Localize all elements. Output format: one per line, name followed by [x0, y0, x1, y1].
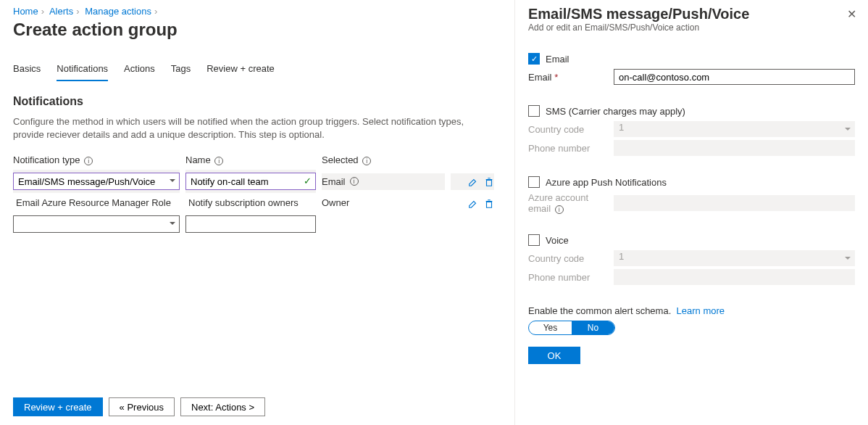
notification-type-text: Email Azure Resource Manager Role: [13, 193, 180, 212]
edit-icon[interactable]: [468, 177, 478, 187]
info-icon[interactable]: i: [350, 177, 359, 186]
push-checkbox[interactable]: [528, 176, 540, 188]
sms-country-label: Country code: [528, 124, 606, 135]
breadcrumb-alerts[interactable]: Alerts: [49, 6, 73, 17]
sms-country-select: 1: [614, 121, 855, 137]
voice-country-label: Country code: [528, 253, 606, 264]
schema-text: Enable the common alert schema. Learn mo…: [528, 305, 855, 316]
next-button[interactable]: Next: Actions >: [180, 397, 265, 416]
col-name: Name i: [185, 154, 316, 170]
ok-button[interactable]: OK: [528, 347, 580, 364]
selected-cell: Email i: [322, 173, 445, 190]
notification-type-select[interactable]: Email/SMS message/Push/Voice: [13, 173, 180, 190]
schema-toggle[interactable]: Yes No: [528, 321, 615, 335]
breadcrumb-home[interactable]: Home: [13, 6, 38, 17]
voice-checkbox-label: Voice: [546, 235, 569, 246]
tab-basics[interactable]: Basics: [13, 60, 41, 81]
notifications-table: Notification type i Name i Selected i Em…: [13, 154, 501, 236]
sms-checkbox[interactable]: [528, 105, 540, 117]
tab-actions[interactable]: Actions: [124, 60, 155, 81]
delete-icon[interactable]: [484, 177, 494, 187]
voice-checkbox[interactable]: [528, 234, 540, 246]
close-icon[interactable]: ✕: [847, 7, 856, 21]
notification-name-text: Notify subscription owners: [185, 193, 316, 212]
voice-country-select: 1: [614, 250, 855, 266]
tab-review[interactable]: Review + create: [206, 60, 275, 81]
email-label: Email *: [528, 72, 606, 83]
push-account-input: [614, 195, 855, 211]
tab-tags[interactable]: Tags: [171, 60, 191, 81]
sms-phone-label: Phone number: [528, 143, 606, 154]
email-checkbox[interactable]: ✓: [528, 53, 540, 65]
side-panel: ✕ Email/SMS message/Push/Voice Add or ed…: [514, 0, 868, 425]
notification-type-select-empty[interactable]: [13, 215, 180, 233]
selected-cell: Owner: [322, 193, 445, 212]
toggle-no[interactable]: No: [572, 321, 614, 334]
tab-notifications[interactable]: Notifications: [57, 60, 108, 81]
voice-phone-label: Phone number: [528, 272, 606, 283]
notification-name-input[interactable]: [185, 173, 316, 190]
edit-icon[interactable]: [468, 199, 478, 209]
tabs: Basics Notifications Actions Tags Review…: [13, 60, 501, 82]
page-title: Create action group: [13, 20, 501, 40]
delete-icon[interactable]: [484, 199, 494, 209]
info-icon[interactable]: i: [555, 205, 564, 214]
section-description: Configure the method in which users will…: [13, 115, 477, 141]
push-account-label: Azure account email i: [528, 192, 606, 214]
previous-button[interactable]: « Previous: [109, 397, 175, 416]
col-selected: Selected i: [322, 154, 445, 170]
panel-title: Email/SMS message/Push/Voice: [528, 6, 855, 22]
breadcrumb-manage-actions[interactable]: Manage actions: [85, 6, 151, 17]
toggle-yes[interactable]: Yes: [529, 321, 572, 334]
info-icon[interactable]: i: [84, 157, 93, 165]
section-title: Notifications: [13, 95, 501, 108]
voice-phone-input: [614, 269, 855, 285]
breadcrumb: Home› Alerts› Manage actions›: [13, 6, 501, 17]
notification-name-input-empty[interactable]: [185, 215, 316, 233]
learn-more-link[interactable]: Learn more: [677, 305, 725, 316]
push-checkbox-label: Azure app Push Notifications: [546, 177, 667, 188]
col-type: Notification type i: [13, 154, 180, 170]
sms-phone-input: [614, 140, 855, 156]
email-checkbox-label: Email: [546, 54, 569, 65]
info-icon[interactable]: i: [362, 157, 371, 165]
review-create-button[interactable]: Review + create: [13, 397, 103, 416]
email-input[interactable]: [614, 69, 855, 85]
info-icon[interactable]: i: [214, 157, 223, 165]
panel-subtitle: Add or edit an Email/SMS/Push/Voice acti…: [528, 22, 855, 33]
sms-checkbox-label: SMS (Carrier charges may apply): [546, 106, 685, 117]
